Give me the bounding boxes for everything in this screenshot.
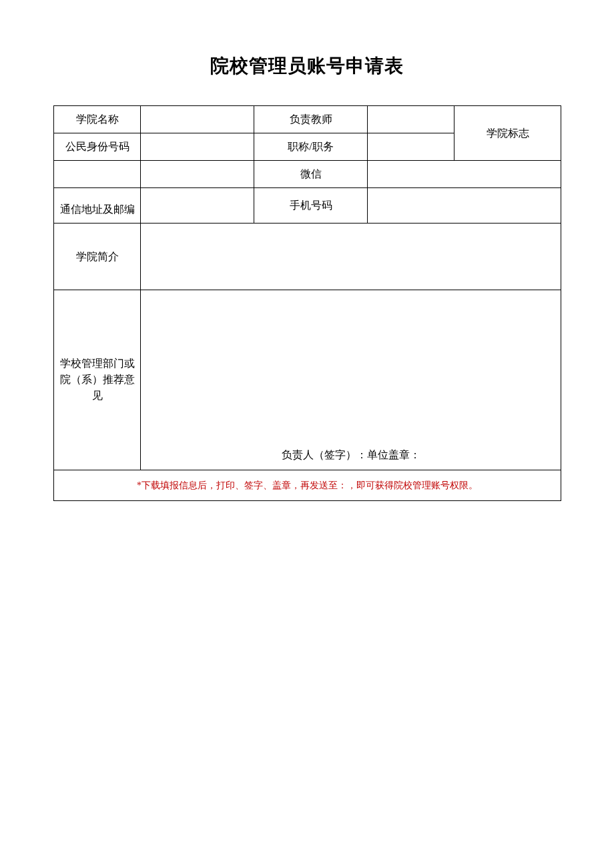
label-college-logo: 学院标志	[454, 106, 561, 161]
field-title-position[interactable]	[368, 133, 454, 161]
label-mobile: 手机号码	[254, 188, 368, 224]
field-blank-2[interactable]	[141, 161, 254, 188]
application-form-table: 学院名称 负责教师 学院标志 公民身份号码 职称/职务 微信 通信地址及邮编	[53, 105, 561, 501]
field-blank-1[interactable]	[54, 161, 141, 188]
signature-line: 负责人（签字）：单位盖章：	[282, 449, 420, 460]
field-mobile[interactable]	[368, 188, 561, 224]
field-wechat[interactable]	[368, 161, 561, 188]
field-recommendation[interactable]: 负责人（签字）：单位盖章：	[141, 290, 561, 470]
page-title: 院校管理员账号申请表	[53, 53, 561, 79]
label-wechat: 微信	[254, 161, 368, 188]
field-address-postcode[interactable]	[141, 188, 254, 224]
footer-note: *下载填报信息后，打印、签字、盖章，再发送至：，即可获得院校管理账号权限。	[54, 470, 561, 501]
label-title-position: 职称/职务	[254, 133, 368, 161]
field-responsible-teacher[interactable]	[368, 106, 454, 133]
field-college-name[interactable]	[141, 106, 254, 133]
label-citizen-id: 公民身份号码	[54, 133, 141, 161]
field-citizen-id[interactable]	[141, 133, 254, 161]
label-college-name: 学院名称	[54, 106, 141, 133]
label-address-postcode: 通信地址及邮编	[54, 188, 141, 224]
field-college-intro[interactable]	[141, 224, 561, 290]
label-college-intro: 学院简介	[54, 224, 141, 290]
label-responsible-teacher: 负责教师	[254, 106, 368, 133]
label-recommendation: 学校管理部门或院（系）推荐意见	[54, 290, 141, 470]
